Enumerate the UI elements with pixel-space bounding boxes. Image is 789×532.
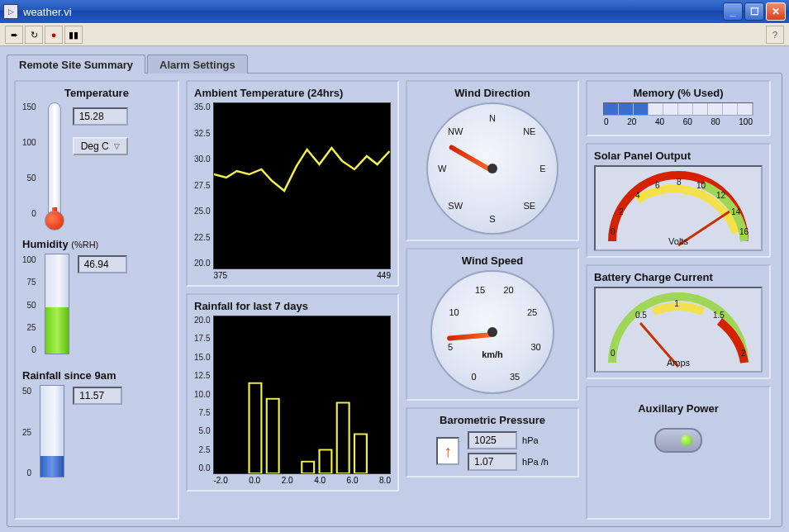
rain9-scale: 50 25 0 — [22, 387, 31, 477]
temperature-label: Temperature — [22, 87, 171, 99]
svg-text:10: 10 — [696, 181, 706, 190]
run-continuous-button[interactable]: ↻ — [25, 26, 43, 44]
svg-text:0.5: 0.5 — [635, 311, 647, 320]
aux-power-button[interactable] — [654, 428, 702, 453]
abort-button[interactable]: ● — [45, 26, 63, 44]
pause-button[interactable]: ▮▮ — [64, 26, 83, 44]
rain7-chart-title: Rainfall for last 7 days — [194, 300, 391, 312]
svg-text:1.5: 1.5 — [713, 311, 725, 320]
rain7-chart[interactable] — [213, 316, 391, 474]
svg-text:4: 4 — [635, 191, 640, 200]
humidity-label: Humidity (%RH) — [22, 238, 171, 250]
memory-label: Memory (% Used) — [594, 87, 763, 99]
thermometer-gauge — [48, 102, 61, 220]
svg-text:2: 2 — [741, 349, 746, 358]
chevron-down-icon: ▽ — [114, 142, 120, 150]
svg-rect-5 — [354, 435, 367, 474]
ambient-chart[interactable] — [213, 102, 391, 269]
humidity-value: 46.94 — [78, 255, 127, 273]
rain7-chart-block: Rainfall for last 7 days 20.017.515.012.… — [186, 293, 399, 492]
svg-rect-4 — [337, 403, 349, 474]
battery-meter: 0 0.5 1 1.5 2 Amps — [594, 287, 763, 373]
humidity-block: Humidity (%RH) 100 75 50 25 0 — [22, 238, 171, 354]
temperature-unit-select[interactable]: Deg C ▽ — [73, 137, 128, 155]
svg-text:2: 2 — [619, 207, 624, 216]
rain9-value: 11.57 — [73, 387, 122, 405]
svg-text:12: 12 — [716, 191, 726, 200]
battery-label: Battery Charge Current — [594, 271, 763, 283]
wind-speed-block: Wind Speed 0 5 10 15 20 25 30 35 km/h — [406, 248, 579, 401]
svg-rect-1 — [267, 399, 279, 473]
run-button[interactable]: ➨ — [5, 26, 23, 44]
svg-text:Amps: Amps — [667, 358, 691, 368]
barometric-label: Barometric Pressure — [414, 414, 571, 426]
close-button[interactable]: ✕ — [766, 2, 786, 21]
window-title: weather.vi — [23, 6, 723, 18]
svg-text:8: 8 — [677, 178, 682, 187]
temperature-block: Temperature 150 100 50 0 — [22, 87, 171, 220]
solar-label: Solar Panel Output — [594, 150, 763, 162]
rain9-block: Rainfall since 9am 50 25 0 11.57 — [22, 369, 171, 477]
barometric-block: Barometric Pressure ↑ 1025 hPa 1.07 hPa … — [406, 407, 579, 477]
maximize-button[interactable]: ☐ — [744, 2, 764, 21]
tab-panel: Temperature 150 100 50 0 — [7, 73, 782, 527]
tab-alarm-settings[interactable]: Alarm Settings — [147, 55, 248, 74]
wind-direction-label: Wind Direction — [414, 87, 571, 99]
temperature-scale: 150 100 50 0 — [22, 102, 36, 218]
window-titlebar: ▷ weather.vi _ ☐ ✕ — [0, 0, 789, 23]
wind-direction-block: Wind Direction N NE E SE S SW W NW — [406, 80, 579, 241]
rain9-label: Rainfall since 9am — [22, 369, 171, 382]
memory-scale: 020406080100 — [604, 117, 753, 126]
led-on-icon — [681, 435, 692, 446]
toolbar: ➨ ↻ ● ▮▮ ? — [0, 23, 789, 46]
barometric-rate: 1.07 — [468, 453, 517, 471]
ambient-chart-title: Ambient Temperature (24hrs) — [194, 87, 391, 99]
svg-text:0: 0 — [611, 349, 616, 358]
memory-bar — [603, 102, 753, 116]
svg-rect-3 — [320, 450, 332, 474]
minimize-button[interactable]: _ — [723, 2, 743, 21]
barometric-value: 1025 — [468, 431, 517, 449]
aux-power-label: Auxillary Power — [594, 402, 763, 415]
wind-direction-gauge: N NE E SE S SW W NW — [426, 102, 558, 235]
wind-speed-label: Wind Speed — [414, 254, 571, 267]
rain7-y-axis: 20.017.515.012.510.07.55.02.50.0 — [194, 316, 210, 473]
aux-power-block: Auxillary Power — [586, 386, 771, 520]
battery-block: Battery Charge Current 0 0.5 1 1.5 2 — [586, 264, 771, 379]
solar-meter: 0 2 4 6 8 10 12 14 16 Volts — [594, 165, 763, 251]
svg-text:1: 1 — [674, 299, 679, 308]
ambient-x-max: 449 — [377, 271, 391, 280]
trend-up-icon: ↑ — [436, 437, 459, 465]
svg-text:Volts: Volts — [668, 236, 688, 246]
rain9-tank — [40, 385, 64, 477]
svg-rect-2 — [302, 462, 315, 473]
help-button[interactable]: ? — [766, 26, 784, 44]
wind-speed-gauge: 0 5 10 15 20 25 30 35 km/h — [430, 270, 554, 394]
svg-text:14: 14 — [731, 207, 741, 216]
memory-block: Memory (% Used) 020406080100 — [586, 80, 771, 136]
barometric-unit: hPa — [522, 435, 539, 445]
solar-block: Solar Panel Output 0 2 4 6 8 — [586, 143, 771, 258]
svg-text:0: 0 — [611, 227, 616, 236]
wind-speed-unit: km/h — [482, 349, 503, 359]
svg-rect-0 — [250, 383, 262, 473]
temperature-value: 15.28 — [73, 107, 128, 126]
rain7-x-axis: -2.00.02.04.06.08.0 — [213, 476, 391, 485]
ambient-x-min: 375 — [213, 271, 227, 280]
ambient-y-axis: 35.032.530.027.525.022.520.0 — [194, 102, 210, 268]
app-icon: ▷ — [3, 4, 18, 19]
humidity-tank — [45, 254, 69, 354]
svg-text:6: 6 — [655, 181, 660, 190]
tab-remote-site-summary[interactable]: Remote Site Summary — [7, 55, 145, 74]
barometric-rate-unit: hPa /h — [522, 457, 549, 467]
svg-text:16: 16 — [739, 227, 749, 236]
ambient-chart-block: Ambient Temperature (24hrs) 35.032.530.0… — [186, 80, 399, 287]
humidity-scale: 100 75 50 25 0 — [22, 255, 36, 354]
